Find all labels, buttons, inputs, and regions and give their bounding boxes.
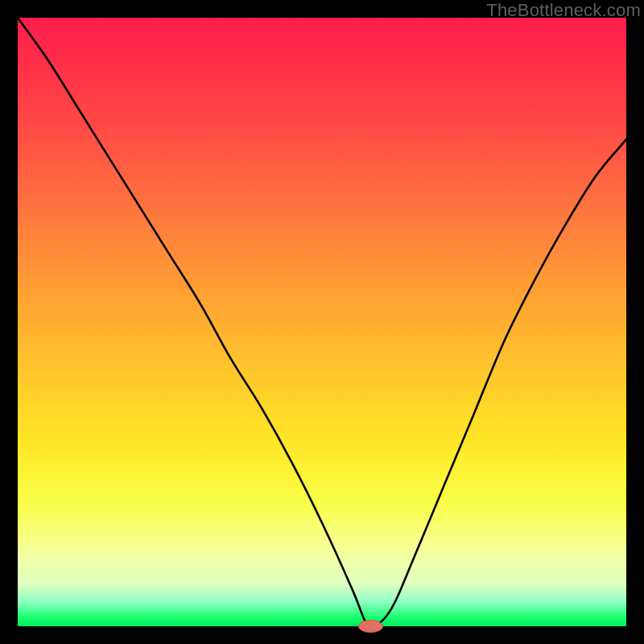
watermark-text: TheBottleneck.com — [486, 0, 641, 21]
curve-minimum-marker — [358, 620, 382, 632]
bottleneck-curve — [18, 18, 626, 626]
curve-layer — [18, 18, 626, 626]
chart-frame: TheBottleneck.com — [0, 0, 644, 644]
plot-area — [18, 18, 626, 626]
